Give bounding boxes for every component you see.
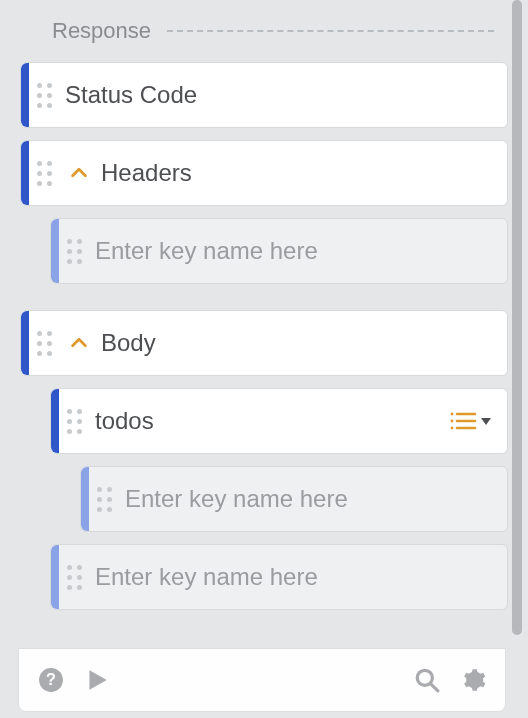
status-code-item[interactable]: Status Code [20,62,508,128]
accent-bar [81,467,89,531]
drag-handle-icon[interactable] [29,83,55,108]
caret-down-icon [479,416,493,426]
play-icon [84,667,110,693]
headers-item[interactable]: Headers [20,140,508,206]
drag-handle-icon[interactable] [59,409,85,434]
list-item: Enter key name here [20,544,508,610]
accent-bar [21,63,29,127]
list-item: Status Code [20,62,508,128]
svg-marker-6 [481,418,491,425]
drag-handle-icon[interactable] [89,487,115,512]
list-icon [449,410,477,432]
drag-handle-icon[interactable] [59,239,85,264]
todos-key-input[interactable]: Enter key name here [80,466,508,532]
chevron-up-icon[interactable] [65,332,93,354]
gear-icon [460,667,486,693]
headers-key-input[interactable]: Enter key name here [50,218,508,284]
item-label: todos [95,407,449,435]
play-button[interactable] [83,666,111,694]
accent-bar [21,141,29,205]
type-dropdown[interactable] [449,410,493,432]
svg-point-4 [451,427,454,430]
accent-bar [51,219,59,283]
todos-item[interactable]: todos [50,388,508,454]
drag-handle-icon[interactable] [59,565,85,590]
list-item: Enter key name here [20,218,508,284]
drag-handle-icon[interactable] [29,161,55,186]
svg-point-2 [451,420,454,423]
body-item[interactable]: Body [20,310,508,376]
placeholder-text: Enter key name here [125,485,507,513]
placeholder-text: Enter key name here [95,237,507,265]
item-label: Headers [101,159,507,187]
item-label: Body [101,329,507,357]
item-label: Status Code [65,81,507,109]
drag-handle-icon[interactable] [29,331,55,356]
search-button[interactable] [413,666,441,694]
svg-line-11 [431,684,438,691]
search-icon [414,667,440,693]
help-button[interactable]: ? [37,666,65,694]
section-title: Response [52,18,151,44]
svg-text:?: ? [46,670,56,688]
body-key-input[interactable]: Enter key name here [50,544,508,610]
list-item: Headers [20,140,508,206]
accent-bar [21,311,29,375]
placeholder-text: Enter key name here [95,563,507,591]
response-panel: Response Status Code Headers [0,0,528,718]
help-icon: ? [38,667,64,693]
scrollbar[interactable] [512,0,522,635]
svg-point-0 [451,413,454,416]
section-header: Response [20,0,508,62]
list-item: Body [20,310,508,376]
list-item: todos [20,388,508,454]
accent-bar [51,545,59,609]
svg-marker-9 [89,670,106,690]
chevron-up-icon[interactable] [65,162,93,184]
settings-button[interactable] [459,666,487,694]
divider [167,30,494,32]
accent-bar [51,389,59,453]
list-item: Enter key name here [20,466,508,532]
footer-toolbar: ? [18,648,506,712]
